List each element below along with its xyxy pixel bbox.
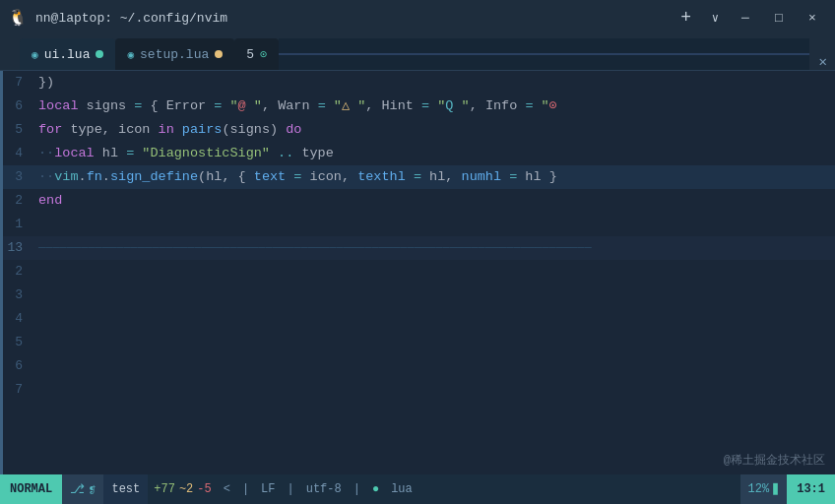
code-line-13: 13 ─────────────────────────────────────… bbox=[3, 236, 835, 260]
terminal-icon: 🐧 bbox=[8, 8, 28, 28]
line-number: 2 bbox=[3, 189, 31, 213]
line-number: 5 bbox=[3, 118, 31, 142]
tab-setup-lua-label: setup.lua bbox=[140, 47, 209, 62]
code-line-6: 6 local signs = { Error = "@ ", Warn = "… bbox=[3, 94, 835, 118]
tab-bar: ◉ ui.lua ◉ setup.lua 5 ⊙ ✕ bbox=[0, 35, 835, 71]
minimize-button[interactable]: ─ bbox=[731, 6, 760, 30]
tab-bar-close[interactable]: ✕ bbox=[811, 53, 835, 70]
percent-label: 12% bbox=[748, 482, 770, 496]
status-middle: < | LF | utf-8 | ● lua bbox=[218, 474, 740, 504]
line-number: 6 bbox=[3, 354, 31, 378]
tab-setup-lua[interactable]: ◉ setup.lua bbox=[115, 38, 234, 70]
tab-dropdown-button[interactable]: ∨ bbox=[708, 9, 723, 28]
diff-section: +77 ~2 -5 bbox=[148, 474, 217, 504]
title-bar: 🐧 nn@laptop: ~/.config/nvim + ∨ ─ □ × bbox=[0, 0, 835, 35]
code-line-e5: 5 bbox=[3, 331, 835, 354]
code-line-e3: 3 bbox=[3, 284, 835, 307]
editor-area: 7 }) 6 local signs = { Error = "@ ", War… bbox=[0, 71, 835, 474]
tab-overflow-bar bbox=[279, 53, 808, 55]
line-number: 4 bbox=[3, 307, 31, 331]
code-line-7: 7 }) bbox=[3, 71, 835, 94]
line-number: 7 bbox=[3, 378, 31, 402]
tab-modified-dot bbox=[96, 50, 103, 58]
git-icon: ⎇ bbox=[70, 481, 85, 497]
lua-file-icon-2: ◉ bbox=[127, 48, 134, 61]
maximize-button[interactable]: □ bbox=[764, 6, 794, 30]
tab-more[interactable]: 5 ⊙ bbox=[234, 38, 279, 70]
code-line-5: 5 for type, icon in pairs(signs) do bbox=[3, 118, 835, 142]
line-content: ··local hl = "DiagnosticSign" .. type bbox=[31, 142, 835, 165]
code-line-e2: 2 bbox=[3, 260, 835, 284]
close-button[interactable]: × bbox=[798, 6, 827, 30]
tab-overflow-area bbox=[279, 38, 808, 70]
window-title: nn@laptop: ~/.config/nvim bbox=[35, 11, 665, 26]
status-sep3: | bbox=[282, 474, 300, 504]
code-line-e7: 7 bbox=[3, 378, 835, 402]
line-content: end bbox=[31, 189, 835, 213]
tab-modified-dot-2 bbox=[215, 50, 223, 58]
line-content: ────────────────────────────────────────… bbox=[31, 236, 835, 260]
line-number: 6 bbox=[3, 94, 31, 118]
line-ending: LF bbox=[255, 474, 281, 504]
status-bar: NORMAL ⎇ ❡ test +77 ~2 -5 < | LF | utf-8… bbox=[0, 474, 835, 504]
code-line-e6: 6 bbox=[3, 354, 835, 378]
line-number: 3 bbox=[3, 284, 31, 307]
line-content: local signs = { Error = "@ ", Warn = "△ … bbox=[31, 94, 835, 118]
line-number: 7 bbox=[3, 71, 31, 94]
diff-change: ~2 bbox=[179, 482, 193, 496]
diff-add: +77 bbox=[154, 482, 175, 496]
line-number: 2 bbox=[3, 260, 31, 284]
line-content: }) bbox=[31, 71, 835, 94]
filetype-icon: ● bbox=[366, 474, 385, 504]
line-number: 1 bbox=[3, 213, 31, 236]
filetype-label: lua bbox=[385, 474, 418, 504]
code-line-2: 2 end bbox=[3, 189, 835, 213]
code-area[interactable]: 7 }) 6 local signs = { Error = "@ ", War… bbox=[3, 71, 835, 474]
branch-icon: ❡ bbox=[89, 482, 96, 497]
status-arrow: < bbox=[218, 474, 236, 504]
lua-file-icon: ◉ bbox=[32, 48, 38, 61]
code-line-1: 1 bbox=[3, 213, 835, 236]
code-line-4: 4 ··local hl = "DiagnosticSign" .. type bbox=[3, 142, 835, 165]
git-section: ⎇ ❡ bbox=[62, 474, 103, 504]
tab-count: 5 bbox=[246, 47, 254, 62]
code-line-e4: 4 bbox=[3, 307, 835, 331]
line-number: 3 bbox=[3, 165, 31, 189]
branch-name: test bbox=[111, 482, 140, 496]
line-number: 5 bbox=[3, 331, 31, 354]
code-line-3: 3 ··vim.fn.sign_define(hl, { text = icon… bbox=[3, 165, 835, 189]
tab-arrow-icon: ⊙ bbox=[260, 47, 267, 62]
cursor-position: 13:1 bbox=[787, 474, 835, 504]
diff-del: -5 bbox=[197, 482, 211, 496]
vim-mode-indicator: NORMAL bbox=[0, 474, 62, 504]
scroll-percent: 12% ▊ bbox=[740, 474, 788, 504]
status-sep4: | bbox=[348, 474, 366, 504]
line-content: for type, icon in pairs(signs) do bbox=[31, 118, 835, 142]
window-controls: ─ □ × bbox=[731, 6, 827, 30]
position-label: 13:1 bbox=[797, 482, 825, 496]
line-number: 13 bbox=[3, 236, 31, 260]
tab-ui-lua[interactable]: ◉ ui.lua bbox=[20, 38, 115, 70]
tab-ui-lua-label: ui.lua bbox=[44, 47, 91, 62]
line-content: ··vim.fn.sign_define(hl, { text = icon, … bbox=[31, 165, 835, 189]
percent-icon: ▊ bbox=[773, 483, 779, 495]
mode-label: NORMAL bbox=[10, 482, 52, 496]
new-tab-button[interactable]: + bbox=[673, 4, 700, 32]
line-number: 4 bbox=[3, 142, 31, 165]
file-encoding: utf-8 bbox=[300, 474, 348, 504]
status-sep2: | bbox=[236, 474, 255, 504]
branch-section: test bbox=[103, 474, 148, 504]
